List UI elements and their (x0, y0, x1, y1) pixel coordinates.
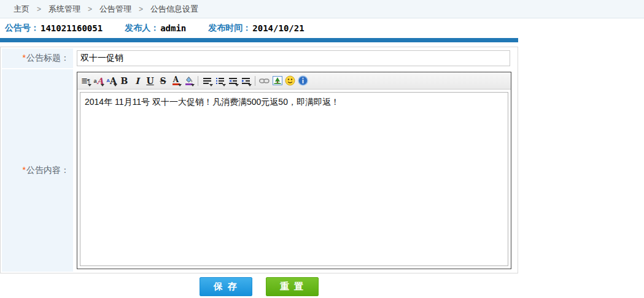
indent-icon[interactable] (239, 74, 252, 87)
breadcrumb-home[interactable]: 主页 (14, 4, 29, 15)
required-mark: * (23, 53, 26, 63)
title-row: *公告标题： (2, 48, 516, 68)
content-value-cell: ≣¶ aA AA B I U S (74, 69, 516, 272)
reset-button[interactable]: 重 置 (266, 277, 319, 296)
dropdown-caret (178, 84, 182, 86)
dropdown-caret (114, 84, 117, 86)
align-icon[interactable] (201, 74, 214, 87)
editor-content[interactable]: 2014年 11月11号 双十一大促销！凡消费满500元返50，即满即返！ (80, 92, 508, 266)
dropdown-caret (88, 84, 91, 86)
dropdown-caret (235, 84, 239, 86)
breadcrumb-announcement-management[interactable]: 公告管理 (99, 4, 131, 15)
publisher-label: 发布人： (125, 23, 159, 34)
dropdown-caret (209, 84, 213, 86)
breadcrumb-announcement-info-setting: 公告信息设置 (150, 4, 198, 15)
content-label-cell: *公告内容： (2, 69, 73, 272)
emoticon-icon[interactable] (284, 74, 297, 87)
announcement-form: *公告标题： *公告内容： ≣¶ aA (0, 47, 518, 273)
breadcrumb-system-management[interactable]: 系统管理 (48, 4, 80, 15)
publish-date-field: 发布时间： 2014/10/21 (208, 23, 304, 34)
link-icon[interactable] (258, 74, 271, 87)
list-icon[interactable] (214, 74, 227, 87)
publish-date-value: 2014/10/21 (252, 23, 304, 33)
announcement-id-label: 公告号： (5, 23, 39, 34)
italic-icon[interactable]: I (131, 74, 144, 87)
strikethrough-icon[interactable]: S (157, 74, 169, 87)
bold-icon[interactable]: B (118, 74, 131, 87)
toolbar-separator (198, 76, 198, 86)
breadcrumb-separator: > (88, 5, 92, 13)
rich-text-editor: ≣¶ aA AA B I U S (77, 72, 511, 269)
about-icon[interactable] (297, 74, 309, 87)
announcement-id-value: 141021160051 (41, 23, 103, 33)
publisher-field: 发布人： admin (125, 23, 186, 34)
breadcrumb: 主页 > 系统管理 > 公告管理 > 公告信息设置 (0, 0, 644, 18)
title-input[interactable] (77, 50, 510, 66)
dropdown-caret (248, 84, 252, 86)
title-label-cell: *公告标题： (2, 48, 73, 68)
publish-date-label: 发布时间： (208, 23, 251, 34)
announcement-id-field: 公告号： 141021160051 (5, 23, 103, 34)
required-mark: * (23, 165, 26, 175)
title-label: 公告标题： (26, 53, 69, 63)
save-button[interactable]: 保 存 (200, 277, 252, 296)
outdent-icon[interactable] (227, 74, 239, 87)
editor-toolbar: ≣¶ aA AA B I U S (77, 72, 511, 90)
image-icon[interactable] (271, 74, 284, 87)
toolbar-separator (255, 76, 255, 86)
dropdown-caret (101, 84, 104, 86)
announcement-info-bar: 公告号： 141021160051 发布人： admin 发布时间： 2014/… (0, 20, 644, 37)
content-row: *公告内容： ≣¶ aA AA B (2, 69, 516, 272)
font-size-icon[interactable]: AA (105, 74, 118, 87)
breadcrumb-separator: > (37, 5, 41, 13)
dropdown-caret (191, 84, 195, 86)
breadcrumb-separator: > (139, 5, 143, 13)
form-actions: 保 存 重 置 (0, 277, 518, 296)
title-value-cell (74, 48, 516, 68)
dropdown-caret (222, 84, 226, 86)
underline-icon[interactable]: U (144, 74, 157, 87)
font-family-icon[interactable]: aA (92, 74, 105, 87)
publisher-value: admin (160, 23, 186, 33)
font-color-icon[interactable]: A (169, 74, 182, 87)
section-divider-bar (0, 38, 518, 42)
format-blocks-icon[interactable]: ≣¶ (79, 74, 92, 87)
highlight-color-icon[interactable] (182, 74, 195, 87)
content-label: 公告内容： (26, 165, 69, 175)
